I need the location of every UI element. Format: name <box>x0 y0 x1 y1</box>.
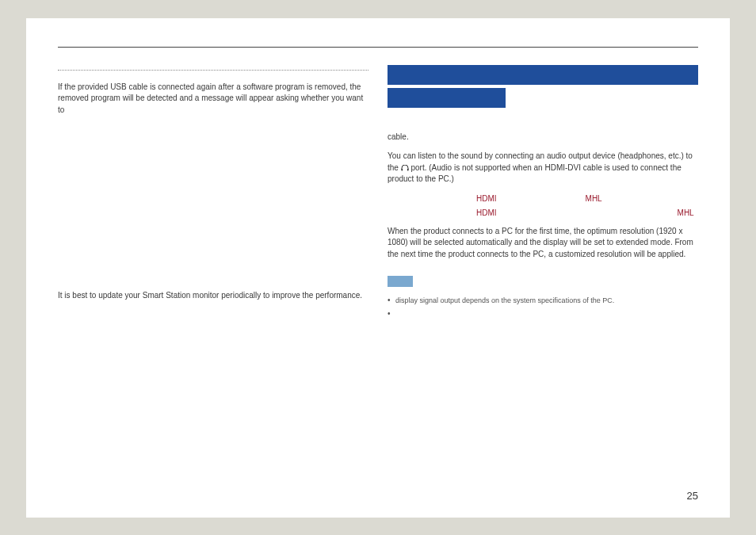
enum-mhl-2: MHL <box>678 208 694 217</box>
headphone-icon <box>401 163 409 170</box>
document-page: If the provided USB cable is connected a… <box>26 18 730 518</box>
left-column: If the provided USB cable is connected a… <box>58 65 368 310</box>
dotted-divider <box>58 70 368 71</box>
page-number: 25 <box>687 490 698 502</box>
enum-hdmi-1: HDMI <box>476 194 497 203</box>
audio-text-b: port. (Audio is not supported when an HD… <box>388 163 682 184</box>
heading-band-line1 <box>388 65 698 85</box>
enum-hdmi-2: HDMI <box>476 208 497 217</box>
svg-rect-1 <box>407 169 409 170</box>
section-heading <box>388 65 698 108</box>
right-resolution-paragraph: When the product connects to a PC for th… <box>388 226 698 261</box>
left-paragraph-1: If the provided USB cable is connected a… <box>58 82 368 117</box>
enum-mhl-1: MHL <box>586 194 602 203</box>
note-item-1: display signal output depends on the sys… <box>388 296 698 306</box>
two-column-layout: If the provided USB cable is connected a… <box>58 65 698 310</box>
right-cable-fragment: cable. <box>388 132 698 143</box>
enum-row-2: HDMIMHL <box>388 208 698 220</box>
left-paragraph-2: It is best to update your Smart Station … <box>58 290 368 302</box>
right-column: cable. You can listen to the sound by co… <box>388 65 698 310</box>
top-rule <box>58 47 698 48</box>
enum-row-1: HDMIMHL <box>388 193 698 205</box>
heading-band-line2 <box>388 88 506 108</box>
right-audio-paragraph: You can listen to the sound by connectin… <box>388 151 698 185</box>
svg-rect-0 <box>401 169 403 170</box>
note-badge <box>388 276 413 287</box>
